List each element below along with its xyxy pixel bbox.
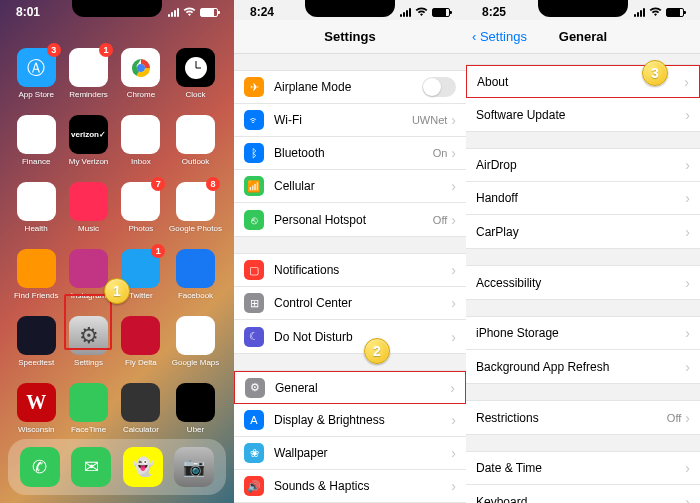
row-label: Date & Time — [476, 461, 685, 475]
app-chrome[interactable]: Chrome — [117, 48, 165, 99]
toggle[interactable] — [422, 77, 456, 97]
sounds-icon: 🔊 — [244, 476, 264, 496]
row-label: Cellular — [274, 179, 451, 193]
chevron-right-icon: › — [685, 494, 690, 504]
settings-highlight — [64, 294, 112, 350]
app-label: Find Friends — [14, 291, 58, 300]
display-icon: A — [244, 410, 264, 430]
chevron-right-icon: › — [451, 329, 456, 345]
row-label: Wi-Fi — [274, 113, 412, 127]
app-label: My Verizon — [69, 157, 109, 166]
row-label: CarPlay — [476, 225, 685, 239]
dnd-icon: ☾ — [244, 327, 264, 347]
dock-phone[interactable]: ✆ — [20, 447, 60, 487]
row-iphone-storage[interactable]: iPhone Storage› — [466, 317, 700, 350]
chevron-right-icon: › — [450, 380, 455, 396]
row-restrictions[interactable]: RestrictionsOff› — [466, 401, 700, 434]
row-wi-fi[interactable]: ᯤWi-FiUWNet› — [234, 104, 466, 137]
app-icon — [121, 115, 160, 154]
row-label: Restrictions — [476, 411, 667, 425]
row-date-time[interactable]: Date & Time› — [466, 452, 700, 485]
hotspot-icon: ⎋ — [244, 210, 264, 230]
dock: ✆✉👻📷 — [8, 439, 226, 495]
app-health[interactable]: Health — [12, 182, 60, 233]
app-label: Google Maps — [172, 358, 220, 367]
wifi-icon: ᯤ — [244, 110, 264, 130]
row-label: Display & Brightness — [274, 413, 451, 427]
settings-list[interactable]: ✈Airplane ModeᯤWi-FiUWNet›ᛒBluetoothOn›📶… — [234, 54, 466, 503]
row-airplane-mode[interactable]: ✈Airplane Mode — [234, 71, 466, 104]
chevron-right-icon: › — [451, 212, 456, 228]
notch — [72, 0, 162, 17]
app-icon — [121, 48, 160, 87]
row-carplay[interactable]: CarPlay› — [466, 215, 700, 248]
signal-icon — [168, 8, 179, 17]
dock-messages[interactable]: ✉ — [71, 447, 111, 487]
dock-camera[interactable]: 📷 — [174, 447, 214, 487]
general-screen: 8:25 ‹ Settings General About›Software U… — [466, 0, 700, 503]
app-icon — [17, 249, 56, 288]
dock-snapchat[interactable]: 👻 — [123, 447, 163, 487]
group: Date & Time›Keyboard› — [466, 451, 700, 503]
row-keyboard[interactable]: Keyboard› — [466, 485, 700, 503]
app-finance[interactable]: Finance — [12, 115, 60, 166]
app-wisconsin[interactable]: WWisconsin — [12, 383, 60, 434]
app-google-maps[interactable]: Google Maps — [169, 316, 222, 367]
row-software-update[interactable]: Software Update› — [466, 98, 700, 131]
row-control-center[interactable]: ⊞Control Center› — [234, 287, 466, 320]
app-clock[interactable]: Clock — [169, 48, 222, 99]
row-accessibility[interactable]: Accessibility› — [466, 266, 700, 299]
badge: 7 — [151, 177, 165, 191]
app-app-store[interactable]: Ⓐ3App Store — [12, 48, 60, 99]
chevron-right-icon: › — [451, 262, 456, 278]
row-general[interactable]: ⚙General› — [234, 371, 466, 404]
app-fly-delta[interactable]: Fly Delta — [117, 316, 165, 367]
row-background-app-refresh[interactable]: Background App Refresh› — [466, 350, 700, 383]
app-find-friends[interactable]: Find Friends — [12, 249, 60, 300]
step-badge-2: 2 — [364, 338, 390, 364]
nav-bar: Settings — [234, 20, 466, 54]
app-reminders[interactable]: 1Reminders — [64, 48, 112, 99]
row-do-not-disturb[interactable]: ☾Do Not Disturb› — [234, 320, 466, 353]
signal-icon — [400, 8, 411, 17]
app-inbox[interactable]: Inbox — [117, 115, 165, 166]
row-value: UWNet — [412, 114, 447, 126]
cellular-icon: 📶 — [244, 176, 264, 196]
app-icon — [176, 383, 215, 422]
app-outlook[interactable]: Outlook — [169, 115, 222, 166]
group: Accessibility› — [466, 265, 700, 300]
app-label: FaceTime — [71, 425, 106, 434]
app-label: Settings — [74, 358, 103, 367]
app-calculator[interactable]: Calculator — [117, 383, 165, 434]
chevron-right-icon: › — [451, 295, 456, 311]
app-music[interactable]: Music — [64, 182, 112, 233]
app-label: Clock — [186, 90, 206, 99]
app-facebook[interactable]: Facebook — [169, 249, 222, 300]
notch — [305, 0, 395, 17]
signal-icon — [634, 8, 645, 17]
nav-title: Settings — [324, 29, 375, 44]
app-google-photos[interactable]: 8Google Photos — [169, 182, 222, 233]
app-icon — [176, 48, 215, 87]
app-photos[interactable]: 7Photos — [117, 182, 165, 233]
row-wallpaper[interactable]: ❀Wallpaper› — [234, 437, 466, 470]
row-personal-hotspot[interactable]: ⎋Personal HotspotOff› — [234, 203, 466, 236]
group: ⚙General›ADisplay & Brightness›❀Wallpape… — [234, 370, 466, 503]
row-notifications[interactable]: ▢Notifications› — [234, 254, 466, 287]
row-airdrop[interactable]: AirDrop› — [466, 149, 700, 182]
status-time: 8:01 — [16, 5, 40, 19]
app-uber[interactable]: Uber — [169, 383, 222, 434]
back-button[interactable]: ‹ Settings — [472, 29, 527, 44]
row-sounds-haptics[interactable]: 🔊Sounds & Haptics› — [234, 470, 466, 503]
row-handoff[interactable]: Handoff› — [466, 182, 700, 215]
row-bluetooth[interactable]: ᛒBluetoothOn› — [234, 137, 466, 170]
row-cellular[interactable]: 📶Cellular› — [234, 170, 466, 203]
wifi-icon — [415, 7, 428, 17]
badge: 1 — [99, 43, 113, 57]
general-list[interactable]: About›Software Update›AirDrop›Handoff›Ca… — [466, 54, 700, 503]
app-facetime[interactable]: FaceTime — [64, 383, 112, 434]
app-my-verizon[interactable]: verizon✓My Verizon — [64, 115, 112, 166]
app-speedtest[interactable]: Speedtest — [12, 316, 60, 367]
notifications-icon: ▢ — [244, 260, 264, 280]
row-display-brightness[interactable]: ADisplay & Brightness› — [234, 404, 466, 437]
